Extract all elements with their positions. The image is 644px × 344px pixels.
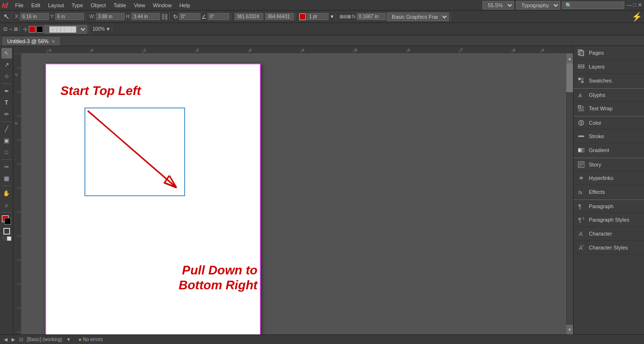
- zoom-dropdown[interactable]: ▼: [106, 26, 111, 32]
- direct-selection-tool[interactable]: ↗: [1, 59, 12, 70]
- tab-close-button[interactable]: ✕: [51, 39, 55, 44]
- zoom-label: 100%: [93, 26, 105, 32]
- stroke-group: ▼: [298, 13, 336, 20]
- fx-icon[interactable]: fx: [352, 14, 356, 19]
- rect-frame-tool[interactable]: ▣: [1, 135, 12, 146]
- panel-text-wrap[interactable]: Text Wrap: [574, 102, 644, 116]
- panel-color[interactable]: Color: [574, 116, 644, 130]
- panel-glyphs[interactable]: A Glyphs: [574, 88, 644, 102]
- rotation-input[interactable]: [179, 13, 200, 20]
- gradient-label: Gradient: [589, 147, 609, 153]
- panel-stroke[interactable]: Stroke: [574, 130, 644, 143]
- status-errors: ● No errors: [79, 337, 103, 342]
- ruler-top: -1 0 1 2 3 4 5 6 7 8 9: [13, 46, 573, 54]
- frame-type-select[interactable]: Basic Graphics Frame: [386, 12, 449, 21]
- vertical-scrollbar[interactable]: ▲ ▼: [566, 54, 573, 334]
- pen-tool[interactable]: ✒: [1, 86, 12, 96]
- line-tool[interactable]: ╱: [1, 124, 12, 134]
- x-input[interactable]: [20, 13, 49, 20]
- gradient-tool[interactable]: ▦: [1, 173, 12, 184]
- w-input[interactable]: [96, 13, 125, 20]
- swatches-icon: [577, 77, 585, 84]
- workspace-selector[interactable]: Typography: [516, 1, 560, 10]
- nav-prev-button[interactable]: ◀: [4, 337, 8, 342]
- fill-color-box[interactable]: [29, 26, 35, 33]
- gap-tool[interactable]: ⊹: [1, 71, 12, 82]
- status-dropdown[interactable]: ▼: [66, 337, 71, 342]
- svg-rect-42: [580, 51, 584, 56]
- zoom-tool[interactable]: ⌕: [1, 200, 12, 210]
- refpoint-group: ⊹ █████████: [22, 25, 89, 34]
- menu-view[interactable]: View: [130, 1, 149, 9]
- wh-group: W: H: ⛓: [88, 13, 170, 21]
- rect-tool[interactable]: □: [1, 147, 12, 157]
- menu-file[interactable]: File: [12, 1, 27, 9]
- menu-table[interactable]: Table: [110, 1, 129, 9]
- canvas-inner[interactable]: Start Top Left Pull Down to: [21, 54, 573, 334]
- menu-help[interactable]: Help: [176, 1, 194, 9]
- fill-mode[interactable]: [3, 228, 10, 235]
- search-input[interactable]: [562, 1, 624, 9]
- menu-window[interactable]: Window: [150, 1, 175, 9]
- fill-select[interactable]: █████████: [44, 25, 87, 34]
- scroll-down-button[interactable]: ▼: [566, 325, 573, 334]
- menu-type[interactable]: Type: [68, 1, 86, 9]
- panel-character-styles[interactable]: A Character Styles: [574, 241, 644, 255]
- svg-text:5: 5: [355, 48, 357, 52]
- stroke-color-box2[interactable]: [36, 26, 43, 33]
- shear-input[interactable]: [208, 13, 229, 20]
- shear-icon: ∠: [201, 13, 207, 20]
- zoom-selector[interactable]: 55.5%: [482, 1, 514, 10]
- panel-effects[interactable]: fx Effects: [574, 185, 644, 199]
- coord-x-input[interactable]: [234, 13, 263, 20]
- tool-separator-3: [2, 159, 12, 160]
- scissors-tool[interactable]: ✂: [1, 162, 12, 172]
- canvas-text-top: Start Top Left: [60, 83, 141, 98]
- magic-wand-icon[interactable]: ⚡: [632, 12, 642, 22]
- xy-group: X: Y:: [13, 13, 86, 20]
- scroll-thumb[interactable]: [566, 63, 573, 92]
- stroke-input[interactable]: [307, 13, 328, 20]
- menu-object[interactable]: Object: [87, 1, 109, 9]
- svg-text:3: 3: [249, 48, 252, 52]
- status-bar: ◀ ▶ ⊡ [Basic] (working) ▼ ● No errors: [0, 334, 644, 344]
- svg-text:0: 0: [91, 48, 94, 52]
- menu-layout[interactable]: Layout: [45, 1, 67, 9]
- textwrap-label: Text Wrap: [589, 106, 612, 111]
- scroll-up-button[interactable]: ▲: [566, 54, 573, 63]
- coord-y-input[interactable]: [265, 13, 294, 20]
- opacity-input[interactable]: [357, 13, 386, 20]
- effects-label: Effects: [589, 189, 605, 195]
- menu-edit[interactable]: Edit: [28, 1, 44, 9]
- paragraph-icon: ¶: [577, 202, 585, 210]
- hand-tool[interactable]: ✋: [1, 188, 12, 199]
- color-swatches[interactable]: [2, 215, 12, 225]
- panel-paragraph[interactable]: ¶ Paragraph: [574, 199, 644, 213]
- svg-rect-45: [578, 78, 581, 80]
- canvas-rect[interactable]: [84, 107, 185, 196]
- panel-gradient[interactable]: Gradient: [574, 143, 644, 157]
- panel-hyperlinks[interactable]: Hyperlinks: [574, 171, 644, 185]
- selection-tool[interactable]: ↖: [1, 48, 12, 59]
- panel-layers[interactable]: Layers: [574, 60, 644, 74]
- panel-character[interactable]: A Character: [574, 227, 644, 241]
- svg-text:8: 8: [513, 48, 515, 52]
- type-tool[interactable]: T: [1, 97, 12, 108]
- control-bar: ↖ X: Y: W: H: ⛓ ↻ ∠ ▼ ⊞⊟⊠ fx Basic: [0, 11, 644, 23]
- pencil-tool[interactable]: ✏: [1, 109, 12, 119]
- document-tab[interactable]: Untitled-3 @ 56% ✕: [2, 36, 60, 46]
- page-canvas: Start Top Left Pull Down to: [45, 63, 261, 334]
- panel-swatches[interactable]: Swatches: [574, 74, 644, 88]
- stroke-color-box[interactable]: [299, 13, 306, 20]
- stroke-dropdown-icon[interactable]: ▼: [329, 14, 334, 19]
- canvas-text-bottom: Pull Down to Bottom Right: [178, 263, 258, 293]
- y-input[interactable]: [55, 13, 84, 20]
- nav-next-button[interactable]: ▶: [12, 337, 15, 342]
- constrain-icon[interactable]: ⛓: [161, 13, 168, 21]
- panel-pages[interactable]: Pages: [574, 46, 644, 60]
- right-panel: Pages Layers Swatches A Glyphs: [573, 46, 644, 334]
- h-input[interactable]: [131, 13, 160, 20]
- textwrap-icon: [577, 105, 585, 112]
- panel-paragraph-styles[interactable]: ¶ Paragraph Styles: [574, 213, 644, 227]
- panel-story[interactable]: Story: [574, 157, 644, 171]
